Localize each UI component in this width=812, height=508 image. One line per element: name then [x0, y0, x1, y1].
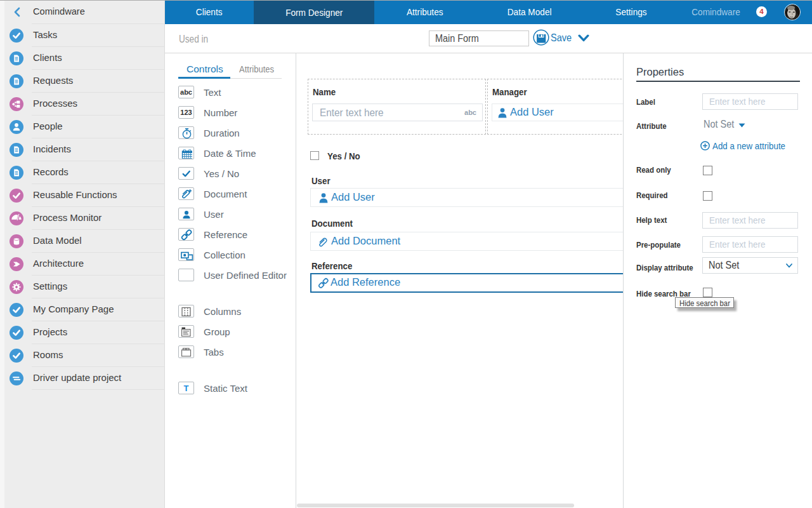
svg-text:123: 123 — [180, 109, 192, 116]
svg-text:T: T — [184, 384, 189, 393]
svg-text:abc: abc — [180, 88, 192, 96]
